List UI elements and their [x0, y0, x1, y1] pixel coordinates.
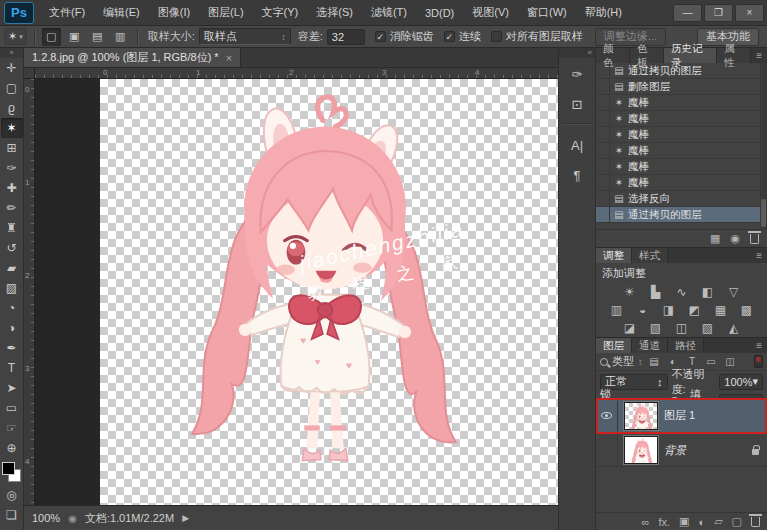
history-source-well[interactable]: [596, 63, 610, 78]
clone-source-panel-button[interactable]: ⊡: [560, 90, 594, 118]
menu-edit[interactable]: 编辑(E): [94, 0, 149, 26]
tab-layers[interactable]: 图层: [596, 338, 632, 353]
clone-stamp-tool[interactable]: ♜: [1, 218, 23, 238]
new-snapshot-icon[interactable]: ◉: [730, 232, 740, 245]
dock-collapse-button[interactable]: «: [559, 48, 595, 58]
status-arrow-button[interactable]: ▶: [182, 513, 189, 523]
levels-icon[interactable]: ▙: [646, 283, 666, 300]
menu-3d[interactable]: 3D(D): [416, 0, 463, 26]
menu-type[interactable]: 文字(Y): [253, 0, 308, 26]
color-lookup-icon[interactable]: ▩: [737, 301, 757, 318]
eyedropper-tool[interactable]: ✑: [1, 158, 23, 178]
photo-filter-icon[interactable]: ◩: [685, 301, 705, 318]
layer-name[interactable]: 图层 1: [664, 408, 695, 423]
menu-view[interactable]: 视图(V): [463, 0, 518, 26]
visibility-toggle[interactable]: [596, 398, 618, 433]
eraser-tool[interactable]: ▰: [1, 258, 23, 278]
brightness-contrast-icon[interactable]: ☀: [620, 283, 640, 300]
brush-tool[interactable]: ✏: [1, 198, 23, 218]
color-balance-icon[interactable]: ◒: [633, 301, 653, 318]
history-item-selected[interactable]: ▤通过拷贝的图层: [596, 207, 767, 223]
maximize-button[interactable]: ❐: [704, 4, 733, 22]
new-adjustment-layer-icon[interactable]: ◐: [698, 516, 705, 528]
selective-color-icon[interactable]: ◭: [724, 319, 744, 336]
new-layer-icon[interactable]: ▢: [732, 515, 742, 528]
sample-all-layers-checkbox[interactable]: 对所有图层取样: [491, 29, 583, 44]
history-source-well[interactable]: [596, 127, 610, 142]
history-source-well[interactable]: [596, 175, 610, 190]
history-item[interactable]: ✶魔棒: [596, 127, 767, 143]
dodge-tool[interactable]: ◑: [1, 318, 23, 338]
canvas-artboard[interactable]: ♥ ♥ ♥ ♥: [100, 79, 558, 505]
hand-tool[interactable]: ☞: [1, 418, 23, 438]
history-source-well[interactable]: [596, 95, 610, 110]
type-tool[interactable]: T: [1, 358, 23, 378]
pen-tool[interactable]: ✒: [1, 338, 23, 358]
history-source-well[interactable]: [596, 207, 610, 222]
link-layers-icon[interactable]: ∞: [642, 516, 650, 528]
channel-mixer-icon[interactable]: ▦: [711, 301, 731, 318]
filter-shape-layers-icon[interactable]: ▭: [704, 356, 719, 367]
layer-thumbnail[interactable]: [624, 402, 658, 430]
curves-icon[interactable]: ∿: [672, 283, 692, 300]
document-tab[interactable]: 1.2.8.jpg @ 100% (图层 1, RGB/8位) * ×: [24, 48, 241, 67]
black-white-icon[interactable]: ◨: [659, 301, 679, 318]
scrollbar-thumb[interactable]: [761, 199, 766, 227]
filter-pixel-layers-icon[interactable]: ▤: [647, 356, 662, 367]
blur-tool[interactable]: ◔: [1, 298, 23, 318]
history-item[interactable]: ✶魔棒: [596, 175, 767, 191]
filter-toggle-switch[interactable]: [754, 355, 763, 368]
tab-channels[interactable]: 通道: [632, 338, 668, 353]
history-source-well[interactable]: [596, 79, 610, 94]
vibrance-icon[interactable]: ▽: [724, 283, 744, 300]
intersect-selection-button[interactable]: ▥: [111, 28, 130, 46]
layer-thumbnail[interactable]: [624, 436, 658, 464]
layer-style-icon[interactable]: fx.: [658, 516, 670, 528]
layer-name[interactable]: 背景: [664, 443, 686, 458]
filter-smart-objects-icon[interactable]: ◫: [723, 356, 738, 367]
menu-window[interactable]: 窗口(W): [518, 0, 576, 26]
history-scrollbar[interactable]: [760, 63, 767, 229]
menu-help[interactable]: 帮助(H): [576, 0, 631, 26]
marquee-tool[interactable]: ▢: [1, 78, 23, 98]
panel-menu-icon[interactable]: ≡: [751, 338, 767, 353]
magic-wand-tool[interactable]: ✶: [1, 118, 23, 138]
history-item[interactable]: ✶魔棒: [596, 111, 767, 127]
toolbar-collapse-button[interactable]: »: [0, 48, 23, 58]
visibility-toggle[interactable]: [596, 434, 618, 466]
history-source-well[interactable]: [596, 111, 610, 126]
screen-mode-button[interactable]: ❏: [1, 505, 23, 525]
antialias-checkbox[interactable]: 消除锯齿: [375, 29, 434, 44]
tab-styles[interactable]: 样式: [632, 248, 668, 263]
tab-paths[interactable]: 路径: [668, 338, 704, 353]
menu-select[interactable]: 选择(S): [307, 0, 362, 26]
menu-file[interactable]: 文件(F): [40, 0, 94, 26]
history-item[interactable]: ▤删除图层: [596, 79, 767, 95]
tab-close-icon[interactable]: ×: [226, 52, 232, 64]
history-item[interactable]: ▤通过拷贝的图层: [596, 63, 767, 79]
shape-tool[interactable]: ▭: [1, 398, 23, 418]
zoom-tool[interactable]: ⊕: [1, 438, 23, 458]
tab-adjustments[interactable]: 调整: [596, 248, 632, 263]
gradient-map-icon[interactable]: ▨: [698, 319, 718, 336]
panel-menu-icon[interactable]: ≡: [751, 48, 767, 63]
delete-layer-icon[interactable]: [751, 517, 760, 527]
exposure-icon[interactable]: ◧: [698, 283, 718, 300]
new-selection-button[interactable]: ▢: [42, 28, 61, 46]
filter-type-layers-icon[interactable]: T: [685, 356, 700, 367]
menu-filter[interactable]: 滤镜(T): [362, 0, 416, 26]
hue-saturation-icon[interactable]: ▥: [607, 301, 627, 318]
new-group-icon[interactable]: ▱: [714, 515, 722, 528]
subtract-selection-button[interactable]: ▤: [88, 28, 107, 46]
layer-row-background[interactable]: 背景: [596, 434, 767, 467]
new-document-from-state-icon[interactable]: ▦: [710, 232, 720, 245]
character-panel-button[interactable]: A|: [560, 131, 594, 159]
menu-image[interactable]: 图像(I): [149, 0, 199, 26]
quick-mask-button[interactable]: ◎: [1, 485, 23, 505]
panel-menu-icon[interactable]: ≡: [751, 248, 767, 263]
sample-size-select[interactable]: 取样点 ↕: [199, 28, 291, 45]
path-select-tool[interactable]: ➤: [1, 378, 23, 398]
tool-preset-picker[interactable]: ✶ ▾: [4, 28, 27, 45]
history-source-well[interactable]: [596, 159, 610, 174]
tab-history[interactable]: 历史记录: [664, 48, 717, 63]
